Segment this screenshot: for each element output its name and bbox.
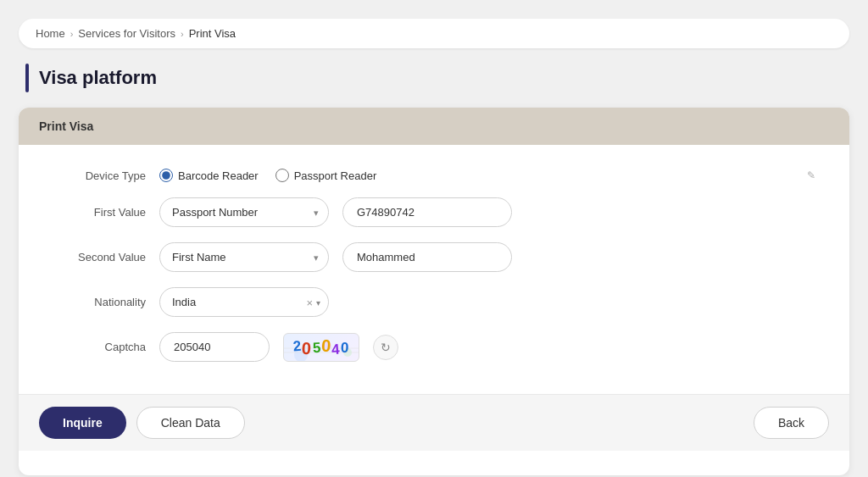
page-wrapper: Home › Services for Visitors › Print Vis…	[8, 8, 860, 477]
barcode-reader-label: Barcode Reader	[178, 169, 259, 182]
first-value-label: First Value	[53, 206, 146, 219]
barcode-reader-radio[interactable]	[159, 169, 173, 182]
device-type-options: Barcode Reader Passport Reader ✎	[159, 169, 815, 182]
edit-icon[interactable]: ✎	[807, 169, 815, 181]
breadcrumb-current: Print Visa	[189, 27, 236, 40]
second-value-label: Second Value	[53, 251, 146, 263]
page-title: Visa platform	[39, 67, 157, 89]
second-value-row: Second Value First Name ▾	[53, 242, 815, 272]
back-button[interactable]: Back	[754, 407, 829, 439]
device-type-row: Device Type Barcode Reader Passport Read…	[53, 169, 815, 182]
title-accent-bar	[25, 64, 29, 92]
captcha-digit-display: 205040	[293, 337, 349, 357]
nationality-select[interactable]: India	[159, 287, 329, 317]
first-value-input[interactable]	[342, 197, 512, 227]
captcha-input[interactable]	[159, 332, 270, 362]
breadcrumb-sep-2: ›	[181, 29, 184, 39]
captcha-row: Captcha 205040 ↻	[53, 332, 815, 362]
passport-reader-radio[interactable]	[275, 169, 289, 182]
main-card: Print Visa Device Type Barcode Reader Pa…	[19, 108, 849, 475]
second-value-select-wrapper: First Name ▾	[159, 242, 329, 272]
breadcrumb-services[interactable]: Services for Visitors	[78, 27, 175, 40]
card-header: Print Visa	[19, 108, 849, 145]
passport-reader-label: Passport Reader	[294, 169, 377, 182]
second-value-input[interactable]	[342, 242, 512, 272]
nationality-row: Nationality India × ▾	[53, 287, 815, 317]
captcha-label: Captcha	[53, 341, 146, 353]
breadcrumb: Home › Services for Visitors › Print Vis…	[19, 19, 849, 48]
page-title-section: Visa platform	[19, 64, 849, 92]
card-footer: Inquire Clean Data Back	[19, 394, 849, 451]
passport-reader-option[interactable]: Passport Reader	[275, 169, 377, 182]
inquire-button[interactable]: Inquire	[39, 407, 126, 439]
breadcrumb-sep-1: ›	[70, 29, 74, 39]
device-type-label: Device Type	[53, 169, 146, 182]
captcha-image: 205040	[283, 333, 359, 362]
clean-data-button[interactable]: Clean Data	[136, 407, 245, 439]
card-body: Device Type Barcode Reader Passport Read…	[19, 145, 849, 394]
first-value-row: First Value Passport Number ▾	[53, 197, 815, 227]
first-value-select-wrapper: Passport Number ▾	[159, 197, 329, 227]
first-value-select[interactable]: Passport Number	[159, 197, 329, 227]
nationality-select-wrapper: India × ▾	[159, 287, 329, 317]
captcha-refresh-button[interactable]: ↻	[373, 335, 398, 360]
second-value-select[interactable]: First Name	[159, 242, 329, 272]
breadcrumb-home[interactable]: Home	[36, 27, 65, 40]
barcode-reader-option[interactable]: Barcode Reader	[159, 169, 259, 182]
footer-left-buttons: Inquire Clean Data	[39, 407, 245, 439]
nationality-label: Nationality	[53, 296, 146, 308]
